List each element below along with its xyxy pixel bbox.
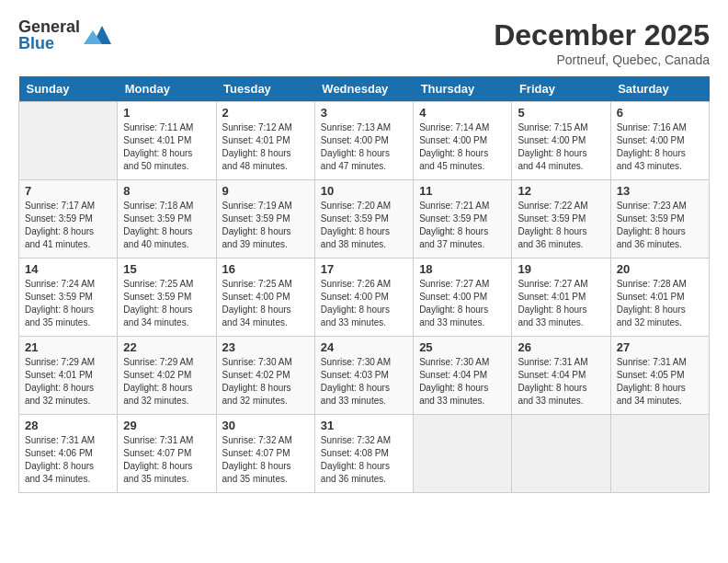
cell-info: Sunrise: 7:29 AM Sunset: 4:02 PM Dayligh…: [123, 356, 210, 408]
calendar-cell: 2Sunrise: 7:12 AM Sunset: 4:01 PM Daylig…: [216, 102, 314, 180]
cell-info: Sunrise: 7:18 AM Sunset: 3:59 PM Dayligh…: [123, 200, 210, 251]
calendar-cell: [512, 415, 610, 493]
day-number: 26: [518, 340, 604, 354]
cell-info: Sunrise: 7:19 AM Sunset: 3:59 PM Dayligh…: [222, 200, 309, 251]
calendar-cell: 8Sunrise: 7:18 AM Sunset: 3:59 PM Daylig…: [118, 180, 216, 259]
title-section: December 2025 Portneuf, Quebec, Canada: [494, 18, 710, 67]
calendar-week-4: 21Sunrise: 7:29 AM Sunset: 4:01 PM Dayli…: [19, 337, 710, 415]
location: Portneuf, Quebec, Canada: [494, 52, 710, 67]
header-row: Sunday Monday Tuesday Wednesday Thursday…: [19, 76, 710, 102]
calendar-cell: 18Sunrise: 7:27 AM Sunset: 4:00 PM Dayli…: [414, 259, 512, 337]
cell-info: Sunrise: 7:28 AM Sunset: 4:01 PM Dayligh…: [617, 278, 703, 329]
cell-info: Sunrise: 7:22 AM Sunset: 3:59 PM Dayligh…: [518, 200, 604, 251]
calendar-cell: 13Sunrise: 7:23 AM Sunset: 3:59 PM Dayli…: [610, 180, 709, 259]
calendar-cell: 20Sunrise: 7:28 AM Sunset: 4:01 PM Dayli…: [610, 259, 709, 337]
calendar-cell: 24Sunrise: 7:30 AM Sunset: 4:03 PM Dayli…: [314, 337, 413, 415]
calendar-cell: [19, 102, 118, 180]
cell-info: Sunrise: 7:27 AM Sunset: 4:00 PM Dayligh…: [419, 278, 506, 329]
header-thursday: Thursday: [414, 76, 512, 102]
month-title: December 2025: [494, 18, 710, 52]
calendar-cell: 1Sunrise: 7:11 AM Sunset: 4:01 PM Daylig…: [118, 102, 216, 180]
calendar-cell: [610, 415, 709, 493]
calendar-week-1: 1Sunrise: 7:11 AM Sunset: 4:01 PM Daylig…: [19, 102, 710, 180]
calendar-cell: 7Sunrise: 7:17 AM Sunset: 3:59 PM Daylig…: [19, 180, 118, 259]
day-number: 23: [222, 340, 309, 354]
cell-info: Sunrise: 7:23 AM Sunset: 3:59 PM Dayligh…: [617, 200, 703, 251]
day-number: 14: [25, 262, 111, 276]
day-number: 18: [419, 262, 506, 276]
calendar-cell: 9Sunrise: 7:19 AM Sunset: 3:59 PM Daylig…: [216, 180, 314, 259]
day-number: 29: [123, 419, 210, 432]
calendar-cell: 19Sunrise: 7:27 AM Sunset: 4:01 PM Dayli…: [512, 259, 610, 337]
header-tuesday: Tuesday: [216, 76, 314, 102]
calendar-cell: 23Sunrise: 7:30 AM Sunset: 4:02 PM Dayli…: [216, 337, 314, 415]
day-number: 8: [123, 184, 210, 198]
cell-info: Sunrise: 7:25 AM Sunset: 3:59 PM Dayligh…: [123, 278, 210, 329]
day-number: 1: [123, 106, 210, 120]
calendar-cell: 5Sunrise: 7:15 AM Sunset: 4:00 PM Daylig…: [512, 102, 610, 180]
day-number: 12: [518, 184, 604, 198]
page-header: General Blue December 2025 Portneuf, Que…: [18, 18, 710, 67]
calendar-cell: [414, 415, 512, 493]
calendar-cell: 26Sunrise: 7:31 AM Sunset: 4:04 PM Dayli…: [512, 337, 610, 415]
header-saturday: Saturday: [610, 76, 709, 102]
day-number: 27: [617, 340, 703, 354]
cell-info: Sunrise: 7:31 AM Sunset: 4:05 PM Dayligh…: [617, 356, 703, 408]
day-number: 5: [518, 106, 604, 120]
calendar-table: Sunday Monday Tuesday Wednesday Thursday…: [18, 76, 710, 493]
day-number: 13: [617, 184, 703, 198]
calendar-cell: 28Sunrise: 7:31 AM Sunset: 4:06 PM Dayli…: [19, 415, 118, 493]
calendar-week-5: 28Sunrise: 7:31 AM Sunset: 4:06 PM Dayli…: [19, 415, 710, 493]
calendar-cell: 14Sunrise: 7:24 AM Sunset: 3:59 PM Dayli…: [19, 259, 118, 337]
header-wednesday: Wednesday: [314, 76, 413, 102]
cell-info: Sunrise: 7:17 AM Sunset: 3:59 PM Dayligh…: [25, 200, 111, 251]
cell-info: Sunrise: 7:26 AM Sunset: 4:00 PM Dayligh…: [321, 278, 407, 329]
cell-info: Sunrise: 7:30 AM Sunset: 4:03 PM Dayligh…: [321, 356, 407, 408]
calendar-cell: 17Sunrise: 7:26 AM Sunset: 4:00 PM Dayli…: [314, 259, 413, 337]
day-number: 31: [321, 419, 407, 432]
calendar-cell: 16Sunrise: 7:25 AM Sunset: 4:00 PM Dayli…: [216, 259, 314, 337]
day-number: 22: [123, 340, 210, 354]
logo-blue: Blue: [18, 35, 80, 52]
day-number: 6: [617, 106, 703, 120]
cell-info: Sunrise: 7:32 AM Sunset: 4:08 PM Dayligh…: [321, 434, 407, 486]
calendar-cell: 29Sunrise: 7:31 AM Sunset: 4:07 PM Dayli…: [118, 415, 216, 493]
header-friday: Friday: [512, 76, 610, 102]
cell-info: Sunrise: 7:31 AM Sunset: 4:04 PM Dayligh…: [518, 356, 604, 408]
cell-info: Sunrise: 7:30 AM Sunset: 4:04 PM Dayligh…: [419, 356, 506, 408]
day-number: 19: [518, 262, 604, 276]
day-number: 11: [419, 184, 506, 198]
calendar-cell: 21Sunrise: 7:29 AM Sunset: 4:01 PM Dayli…: [19, 337, 118, 415]
cell-info: Sunrise: 7:31 AM Sunset: 4:06 PM Dayligh…: [25, 434, 111, 486]
calendar-cell: 27Sunrise: 7:31 AM Sunset: 4:05 PM Dayli…: [610, 337, 709, 415]
calendar-cell: 10Sunrise: 7:20 AM Sunset: 3:59 PM Dayli…: [314, 180, 413, 259]
logo-general: General: [18, 18, 80, 35]
cell-info: Sunrise: 7:24 AM Sunset: 3:59 PM Dayligh…: [25, 278, 111, 329]
header-sunday: Sunday: [19, 76, 118, 102]
cell-info: Sunrise: 7:30 AM Sunset: 4:02 PM Dayligh…: [222, 356, 309, 408]
cell-info: Sunrise: 7:13 AM Sunset: 4:00 PM Dayligh…: [321, 121, 407, 173]
day-number: 7: [25, 184, 111, 198]
calendar-cell: 15Sunrise: 7:25 AM Sunset: 3:59 PM Dayli…: [118, 259, 216, 337]
day-number: 16: [222, 262, 309, 276]
cell-info: Sunrise: 7:25 AM Sunset: 4:00 PM Dayligh…: [222, 278, 309, 329]
calendar-cell: 3Sunrise: 7:13 AM Sunset: 4:00 PM Daylig…: [314, 102, 413, 180]
logo-text: General Blue: [18, 18, 80, 52]
day-number: 21: [25, 340, 111, 354]
cell-info: Sunrise: 7:20 AM Sunset: 3:59 PM Dayligh…: [321, 200, 407, 251]
cell-info: Sunrise: 7:15 AM Sunset: 4:00 PM Dayligh…: [518, 121, 604, 173]
day-number: 20: [617, 262, 703, 276]
day-number: 15: [123, 262, 210, 276]
day-number: 2: [222, 106, 309, 120]
calendar-cell: 30Sunrise: 7:32 AM Sunset: 4:07 PM Dayli…: [216, 415, 314, 493]
day-number: 17: [321, 262, 407, 276]
calendar-cell: 11Sunrise: 7:21 AM Sunset: 3:59 PM Dayli…: [414, 180, 512, 259]
day-number: 30: [222, 419, 309, 432]
cell-info: Sunrise: 7:12 AM Sunset: 4:01 PM Dayligh…: [222, 121, 309, 173]
cell-info: Sunrise: 7:27 AM Sunset: 4:01 PM Dayligh…: [518, 278, 604, 329]
calendar-cell: 4Sunrise: 7:14 AM Sunset: 4:00 PM Daylig…: [414, 102, 512, 180]
day-number: 28: [25, 419, 111, 432]
day-number: 24: [321, 340, 407, 354]
day-number: 10: [321, 184, 407, 198]
day-number: 4: [419, 106, 506, 120]
